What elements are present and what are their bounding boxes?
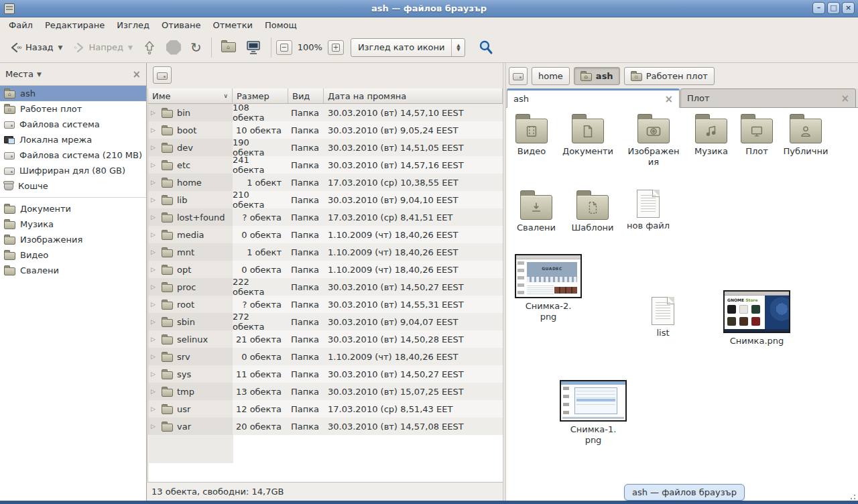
- table-row[interactable]: ▷mnt1 обектПапка1.10.2009 (чт) 18,40,26 …: [148, 243, 503, 261]
- file-icon-нов файл[interactable]: нов файл: [620, 190, 676, 231]
- expander-icon[interactable]: ▷: [151, 144, 158, 151]
- expander-icon[interactable]: ▷: [151, 109, 158, 116]
- view-mode-select[interactable]: Изглед като икони ▲▼: [351, 38, 466, 57]
- sidebar-item-Изображения[interactable]: Изображения: [0, 232, 146, 247]
- sidebar-item-Файлова система (210 MB)[interactable]: Файлова система (210 MB): [0, 147, 146, 163]
- sidebar-item-Файлова система[interactable]: Файлова система: [0, 117, 146, 132]
- expander-icon[interactable]: ▷: [151, 371, 158, 377]
- expander-icon[interactable]: ▷: [151, 301, 158, 308]
- menu-item-5[interactable]: Помощ: [259, 19, 303, 32]
- file-icon-Музика[interactable]: Музика: [683, 113, 739, 157]
- table-row[interactable]: ▷boot10 обектаПапка30.03.2010 (вт) 9,05,…: [148, 121, 503, 139]
- table-row[interactable]: ▷tmp13 обектаПапка30.03.2010 (вт) 15,07,…: [148, 383, 503, 400]
- menu-item-1[interactable]: Редактиране: [39, 19, 111, 32]
- expander-icon[interactable]: ▷: [151, 318, 158, 325]
- titlebar[interactable]: ash — файлов браузър – □ ×: [0, 0, 858, 17]
- column-header-Вид[interactable]: Вид: [288, 88, 324, 104]
- expander-icon[interactable]: ▷: [151, 284, 158, 290]
- file-icon-Шаблони[interactable]: Шаблони: [564, 190, 621, 233]
- tab-close-icon[interactable]: ×: [841, 92, 849, 105]
- sidebar-item-ash[interactable]: ⌂ash: [0, 86, 146, 101]
- expander-icon[interactable]: ▷: [151, 249, 158, 255]
- column-header-Размер[interactable]: Размер: [233, 88, 288, 104]
- close-button[interactable]: ×: [842, 2, 855, 14]
- expander-icon[interactable]: ▷: [151, 231, 158, 238]
- file-icon-Публични[interactable]: Публични: [778, 113, 834, 157]
- table-row[interactable]: ▷bin108 обектаПапка30.03.2010 (вт) 14,57…: [148, 104, 503, 121]
- table-row[interactable]: ▷lost+found? обектаПапка17.03.2010 (ср) …: [148, 208, 503, 226]
- path-button-home[interactable]: home: [532, 67, 570, 85]
- sidebar-title-select[interactable]: Места ▼: [5, 69, 42, 79]
- sidebar-item-Видео[interactable]: Видео: [0, 247, 146, 263]
- sidebar-item-Кошче[interactable]: Кошче: [0, 178, 146, 194]
- sidebar-item-Свалени[interactable]: Свалени: [0, 263, 146, 278]
- back-dropdown-icon[interactable]: ▼: [58, 44, 63, 51]
- menu-item-3[interactable]: Отиване: [156, 19, 206, 32]
- table-row[interactable]: ▷usr12 обектаПапка17.03.2010 (ср) 8,51,4…: [148, 400, 503, 418]
- expander-icon[interactable]: ▷: [151, 179, 158, 186]
- search-button[interactable]: [473, 36, 499, 59]
- file-icon-Плот[interactable]: Плот: [733, 113, 780, 157]
- computer-button[interactable]: [241, 37, 266, 58]
- root-path-button[interactable]: [153, 66, 172, 84]
- sidebar-item-Работен плот[interactable]: ▫Работен плот: [0, 101, 146, 117]
- minimize-button[interactable]: –: [812, 2, 825, 14]
- zoom-in-button[interactable]: +: [328, 40, 344, 55]
- sidebar-item-Шифриран дял (80 GB)[interactable]: Шифриран дял (80 GB): [0, 163, 146, 178]
- maximize-button[interactable]: □: [827, 2, 840, 14]
- table-row[interactable]: ▷root? обектаПапка30.03.2010 (вт) 14,55,…: [148, 296, 503, 313]
- file-icon-Свалени[interactable]: Свалени: [508, 190, 564, 233]
- table-row[interactable]: ▷sbin272 обектаПапка30.03.2010 (вт) 9,04…: [148, 313, 503, 330]
- zoom-out-button[interactable]: −: [276, 40, 292, 55]
- table-row[interactable]: ▷lib210 обектаПапка30.03.2010 (вт) 9,04,…: [148, 191, 503, 208]
- expander-icon[interactable]: ▷: [151, 214, 158, 220]
- path-button-root[interactable]: [509, 67, 528, 85]
- table-row[interactable]: ▷var20 обектаПапка30.03.2010 (вт) 14,57,…: [148, 418, 503, 435]
- menu-item-2[interactable]: Изглед: [111, 19, 156, 32]
- path-button-Работен плот[interactable]: ▫Работен плот: [624, 67, 715, 85]
- table-row[interactable]: ▷home1 обектПапка17.03.2010 (ср) 10,38,5…: [148, 174, 503, 191]
- file-icon-Снимка-1.png[interactable]: Снимка-1. png: [556, 380, 631, 446]
- menu-item-4[interactable]: Отметки: [206, 19, 258, 32]
- file-icon-Снимка.png[interactable]: GNOME StoreСнимка.png: [719, 290, 794, 346]
- resize-grip[interactable]: [849, 493, 856, 500]
- table-row[interactable]: ▷sys11 обектаПапка30.03.2010 (вт) 14,50,…: [148, 365, 503, 383]
- sidebar-item-Документи[interactable]: Документи: [0, 201, 146, 216]
- table-row[interactable]: ▷selinux21 обектаПапка30.03.2010 (вт) 14…: [148, 330, 503, 348]
- expander-icon[interactable]: ▷: [151, 388, 158, 395]
- expander-icon[interactable]: ▷: [151, 127, 158, 133]
- table-row[interactable]: ▷proc222 обектаПапка30.03.2010 (вт) 14,5…: [148, 278, 503, 296]
- tab-Плот[interactable]: Плот×: [680, 88, 856, 108]
- expander-icon[interactable]: ▷: [151, 336, 158, 342]
- expander-icon[interactable]: ▷: [151, 405, 158, 412]
- table-row[interactable]: ▷dev190 обектаПапка30.03.2010 (вт) 14,51…: [148, 139, 503, 156]
- expander-icon[interactable]: ▷: [151, 353, 158, 360]
- up-button[interactable]: [137, 36, 162, 59]
- view-mode-spinner-icon[interactable]: ▲▼: [451, 39, 465, 56]
- expander-icon[interactable]: ▷: [151, 266, 158, 273]
- expander-icon[interactable]: ▷: [151, 162, 158, 168]
- menu-item-0[interactable]: Файл: [3, 19, 39, 32]
- file-icon-Документи[interactable]: Документи: [560, 113, 616, 157]
- expander-icon[interactable]: ▷: [151, 423, 158, 430]
- tab-ash[interactable]: ash×: [507, 88, 680, 108]
- table-row[interactable]: ▷etc241 обектаПапка30.03.2010 (вт) 14,57…: [148, 156, 503, 174]
- column-header-Име[interactable]: Име∨: [148, 88, 233, 104]
- reload-button[interactable]: ↻: [186, 38, 206, 58]
- sidebar-item-Музика[interactable]: Музика: [0, 216, 146, 232]
- taskbar-window-button[interactable]: ash — файлов браузър: [624, 484, 745, 501]
- sidebar-close-icon[interactable]: ×: [132, 68, 141, 80]
- sidebar-item-Локална мрежа[interactable]: Локална мрежа: [0, 132, 146, 147]
- home-button[interactable]: ⌂: [217, 39, 241, 56]
- file-icon-Видео[interactable]: Видео: [506, 113, 560, 157]
- expander-icon[interactable]: ▷: [151, 196, 158, 203]
- file-icon-Снимка-2.png[interactable]: GUADECСнимка-2. png: [511, 254, 586, 323]
- file-icon-list[interactable]: list: [635, 297, 691, 338]
- stop-button[interactable]: [162, 37, 186, 58]
- table-row[interactable]: ▷opt0 обектаПапка1.10.2009 (чт) 18,40,26…: [148, 261, 503, 278]
- table-row[interactable]: ▷media0 обектаПапка1.10.2009 (чт) 18,40,…: [148, 226, 503, 243]
- icon-view[interactable]: ВидеоДокументиИзображен ияМузикаПлотПубл…: [506, 108, 858, 501]
- path-button-ash[interactable]: ⌂ash: [574, 67, 620, 85]
- forward-button[interactable]: Напред ▼: [68, 38, 137, 58]
- tab-close-icon[interactable]: ×: [664, 93, 673, 105]
